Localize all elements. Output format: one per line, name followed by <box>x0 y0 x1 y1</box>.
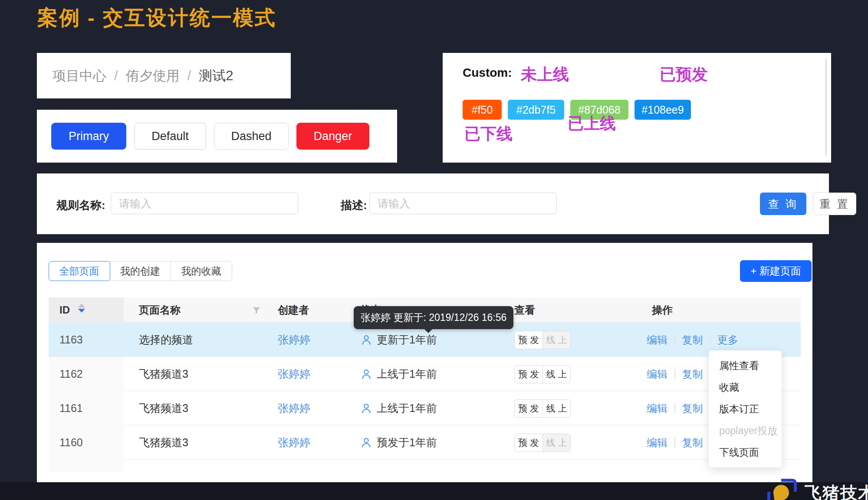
tag-f50[interactable]: #f50 <box>463 100 502 120</box>
dashed-button[interactable]: Dashed <box>214 123 289 150</box>
person-icon <box>360 334 372 346</box>
query-button[interactable]: 查 询 <box>760 193 806 215</box>
cell-id: 1162 <box>59 357 83 391</box>
breadcrumb-separator: / <box>187 68 191 84</box>
action-divider <box>674 335 675 345</box>
copy-link[interactable]: 复制 <box>682 367 703 381</box>
table-row[interactable]: 1162 飞猪频道3 张婷婷 上线于1年前 预 发 线 上 编辑 复制 更多 <box>49 357 801 391</box>
cell-creator-link[interactable]: 张婷婷 <box>278 391 310 425</box>
menu-item-version-revise[interactable]: 版本订正 <box>709 398 782 420</box>
page-tabs: 全部页面 我的创建 我的收藏 <box>49 261 232 281</box>
tab-my-created[interactable]: 我的创建 <box>109 261 171 281</box>
cell-id: 1161 <box>59 391 83 425</box>
sort-icon[interactable] <box>78 304 85 313</box>
cell-creator-link[interactable]: 张婷婷 <box>278 357 310 391</box>
breadcrumb-panel: 项目中心 / 侑夕使用 / 测试2 <box>37 53 291 98</box>
annotation-not-online: 未上线 <box>521 64 569 85</box>
cell-page-name: 飞猪频道3 <box>139 357 188 391</box>
scrollbar[interactable] <box>825 58 827 156</box>
filter-icon[interactable] <box>252 306 261 315</box>
breadcrumb-item-youxi[interactable]: 侑夕使用 <box>126 67 180 85</box>
view-segment-group: 预 发 线 上 <box>514 399 571 418</box>
preview-pre-button[interactable]: 预 发 <box>515 434 542 451</box>
menu-item-view-properties[interactable]: 属性查看 <box>709 355 782 376</box>
cell-page-name: 飞猪频道3 <box>139 425 188 460</box>
more-link[interactable]: 更多 <box>717 333 738 347</box>
annotation-prereleased: 已预发 <box>660 64 708 85</box>
status-text: 更新于1年前 <box>377 333 437 347</box>
copy-link[interactable]: 复制 <box>682 436 703 450</box>
edit-link[interactable]: 编辑 <box>647 333 667 347</box>
tag-108ee9[interactable]: #108ee9 <box>635 100 691 120</box>
cell-page-name: 飞猪频道3 <box>139 391 188 425</box>
fliggy-tech-logo: 飞猪技术部 <box>766 479 868 500</box>
action-divider <box>674 369 675 379</box>
update-tooltip: 张婷婷 更新于: 2019/12/26 16:56 <box>354 306 513 329</box>
column-header-view: 查看 <box>514 297 535 323</box>
preview-pre-button[interactable]: 预 发 <box>515 400 542 417</box>
rule-name-label: 规则名称: <box>56 198 105 213</box>
menu-item-offline-page[interactable]: 下线页面 <box>709 441 782 463</box>
annotation-offlined: 已下线 <box>464 123 513 145</box>
page-table-panel: 全部页面 我的创建 我的收藏 + 新建页面 ID 页面名称 创建者 状态 查看 … <box>37 243 812 482</box>
breadcrumb-item-project-center[interactable]: 项目中心 <box>53 67 106 85</box>
action-divider <box>710 335 711 345</box>
cell-creator-link[interactable]: 张婷婷 <box>278 425 310 460</box>
sort-asc-icon[interactable] <box>78 304 85 307</box>
status-text: 上线于1年前 <box>377 401 437 415</box>
description-input[interactable] <box>369 193 557 214</box>
fliggy-logo-icon <box>766 479 798 500</box>
preview-online-button: 线 上 <box>542 331 570 349</box>
custom-label: Custom: <box>463 66 512 80</box>
cell-page-name: 选择的频道 <box>139 323 193 357</box>
column-header-id[interactable]: ID <box>59 297 70 323</box>
view-segment-group: 预 发 线 上 <box>514 331 571 349</box>
cell-creator-link[interactable]: 张婷婷 <box>278 323 310 357</box>
breadcrumb-item-current: 测试2 <box>199 67 233 85</box>
action-divider <box>674 403 675 414</box>
copy-link[interactable]: 复制 <box>682 333 703 347</box>
menu-item-favorite[interactable]: 收藏 <box>709 376 782 398</box>
preview-online-button[interactable]: 线 上 <box>542 400 570 417</box>
preview-pre-button[interactable]: 预 发 <box>515 331 542 349</box>
column-header-creator: 创建者 <box>278 297 309 323</box>
person-icon <box>360 368 372 380</box>
copy-link[interactable]: 复制 <box>682 402 703 415</box>
cell-id: 1163 <box>59 323 83 357</box>
preview-online-button[interactable]: 线 上 <box>542 366 570 383</box>
menu-item-poplayer: poplayer投放 <box>709 420 782 441</box>
preview-pre-button[interactable]: 预 发 <box>515 366 542 383</box>
edit-link[interactable]: 编辑 <box>647 436 667 450</box>
reset-button[interactable]: 重 置 <box>813 193 856 215</box>
view-segment-group: 预 发 线 上 <box>514 434 571 452</box>
tab-my-favorites[interactable]: 我的收藏 <box>171 261 232 281</box>
logo-text: 飞猪技术部 <box>805 481 868 500</box>
default-button[interactable]: Default <box>134 123 206 150</box>
bottom-strip <box>0 482 868 500</box>
primary-button[interactable]: Primary <box>51 123 126 150</box>
danger-button[interactable]: Danger <box>296 123 369 150</box>
rule-name-input[interactable] <box>111 193 298 214</box>
breadcrumb-separator: / <box>114 68 118 84</box>
edit-link[interactable]: 编辑 <box>647 402 667 415</box>
search-form-panel: 规则名称: 描述: 查 询 重 置 <box>37 173 829 234</box>
cell-status: 上线于1年前 <box>360 391 437 425</box>
person-icon <box>360 437 372 449</box>
column-header-actions: 操作 <box>652 297 673 323</box>
more-dropdown-menu: 属性查看 收藏 版本订正 poplayer投放 下线页面 <box>709 350 782 467</box>
view-segment-group: 预 发 线 上 <box>514 365 571 383</box>
description-label: 描述: <box>341 198 367 213</box>
preview-online-button: 线 上 <box>542 434 570 451</box>
edit-link[interactable]: 编辑 <box>647 367 667 381</box>
status-text: 上线于1年前 <box>377 367 437 381</box>
table-row[interactable]: 1160 飞猪频道3 张婷婷 预发于1年前 预 发 线 上 编辑 复制 更多 <box>49 425 801 460</box>
action-divider <box>674 438 675 448</box>
buttons-demo-panel: Primary Default Dashed Danger <box>37 110 397 163</box>
tag-2db7f5[interactable]: #2db7f5 <box>508 100 564 120</box>
tab-all-pages[interactable]: 全部页面 <box>49 261 110 281</box>
table-row[interactable]: 1161 飞猪频道3 张婷婷 上线于1年前 预 发 线 上 编辑 复制 更多 <box>49 391 801 425</box>
sort-desc-icon[interactable] <box>78 309 85 313</box>
column-header-name: 页面名称 <box>139 297 181 323</box>
cell-status: 上线于1年前 <box>360 357 437 391</box>
new-page-button[interactable]: + 新建页面 <box>740 260 812 282</box>
